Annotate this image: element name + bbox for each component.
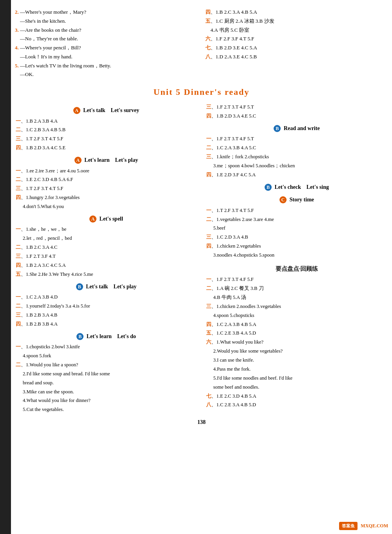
ans-bltp-1: 一、1.C 2.A 3.B 4.D xyxy=(15,293,198,302)
ans-rw-3: 三、1.knife；fork 2.chopsticks xyxy=(205,153,388,161)
ans-st-2: 二、1.vegetables 2.use 3.are 4.me xyxy=(205,215,388,224)
ans-rev-2: 二、1.A 碗 2.C 餐叉 3.B 刀 xyxy=(205,284,388,293)
top-right-answers: 四、1.B 2.C 3.A 4.B 5.A 五、1.C 厨房 2.A 冰箱 3.… xyxy=(205,8,388,79)
section-label-5: Let's learn Let's do xyxy=(87,333,136,339)
icon-a-2: A xyxy=(74,157,82,164)
ans-si-5b: 4.A 书房 5.C 卧室 xyxy=(205,26,388,35)
ans-bltp-3: 三、1.B 2.B 3.A 4.B xyxy=(15,311,198,320)
top-section: 2. —Where's your mother，Mary? —She's in … xyxy=(15,8,388,79)
ans-lts-1: 一、1.B 2.A 3.B 4.A xyxy=(15,117,198,126)
section-label-7: Let's check Let's sing xyxy=(275,184,329,190)
ans-rev-6d: 4.Pass me the fork. xyxy=(212,365,388,374)
icon-c-1: C xyxy=(279,196,287,203)
section-label-8: Story time xyxy=(289,197,314,203)
review-title: 要点盘点·回顾练 xyxy=(205,264,388,274)
ans-blld-2b: 2.I'd like some soup and bread. I'd like… xyxy=(22,370,198,378)
section-b-lets-talk-play: B Let's talk Let's play xyxy=(15,282,198,292)
ans-ls-1b: 2.let，red，pencil，bed xyxy=(22,234,198,243)
section-label-6: Read and write xyxy=(284,125,320,131)
main-two-col: A Let's talk Let's survey 一、1.B 2.A 3.B … xyxy=(15,103,388,415)
ans-blld-2e: 4.What would you like for dinner? xyxy=(22,396,198,405)
ans-rev-6c: 3.I can use the knife. xyxy=(212,356,388,365)
section-read-write: B Read and write xyxy=(205,124,388,134)
item-4-q: 4. —Where's your pencil，Bill? xyxy=(15,43,198,52)
content-area: 2. —Where's your mother，Mary? —She's in … xyxy=(15,8,388,425)
section-lets-learn-play: A Let's learn Let's play xyxy=(15,156,198,165)
ans-rev-3: 三、1.chicken 2.noodles 3.vegetables xyxy=(205,302,388,311)
ans-rw-2: 二、1.C 2.A 3.B 4.A 5.C xyxy=(205,144,388,152)
ans-st-2b: 5.beef xyxy=(212,224,388,233)
left-column: A Let's talk Let's survey 一、1.B 2.A 3.B … xyxy=(15,103,198,415)
item-2-q: 2. —Where's your mother，Mary? xyxy=(15,8,198,17)
section-label-4: Let's talk Let's play xyxy=(86,284,136,290)
ans-st-4b: 3.noodles 4.chopsticks 5.spoon xyxy=(212,251,388,260)
ans-ls-2: 二、1.B 2.C 3.A 4.C xyxy=(15,243,198,252)
unit-title: Unit 5 Dinner's ready xyxy=(15,87,388,97)
ans-rev-7: 七、1.E 2.C 3.D 4.B 5.A xyxy=(205,392,388,401)
ans-blld-2d: 3.Mike can use the spoon. xyxy=(22,388,198,396)
section-label-1: Let's talk Let's survey xyxy=(83,107,139,113)
ans-si-7: 七、1.B 2.D 3.E 4.C 5.A xyxy=(205,43,388,52)
ans-rev-5: 五、1.C 2.E 3.B 4.A 5.D xyxy=(205,329,388,338)
ans-rev-6: 六、1.What would you like? xyxy=(205,338,388,347)
section-b-lets-learn-do: B Let's learn Let's do xyxy=(15,332,198,342)
section-lets-spell: A Let's spell xyxy=(15,214,198,224)
right-column: 三、1.F 2.T 3.T 4.F 5.T 四、1.B 2.D 3.A 4.E … xyxy=(205,103,388,415)
ans-rev-6e: 5.I'd like some noodles and beef. I'd li… xyxy=(212,374,388,383)
ans-r-3: 三、1.F 2.T 3.T 4.F 5.T xyxy=(205,103,388,112)
ans-rev-6b: 2.Would you like some vegetables? xyxy=(212,347,388,356)
icon-a-1: A xyxy=(73,107,80,114)
ans-ls-1: 一、1.she，he，we，be xyxy=(15,225,198,234)
top-left-text: 2. —Where's your mother，Mary? —She's in … xyxy=(15,8,198,79)
ans-llp-4: 四、1.hungry 2.for 3.vegetables xyxy=(15,194,198,202)
ans-r-4: 四、1.B 2.D 3.A 4.E 5.C xyxy=(205,112,388,121)
section-lets-talk-survey: A Let's talk Let's survey xyxy=(15,106,198,116)
watermark-url: MXQE.COM xyxy=(361,523,388,529)
ans-rev-3b: 4.spoon 5.chopsticks xyxy=(212,311,388,320)
ans-st-4: 四、1.chicken 2.vegetables xyxy=(205,242,388,251)
ans-llp-2: 二、1.E 2.C 3.D 4.B 5.A 6.F xyxy=(15,176,198,184)
ans-llp-3: 三、1.T 2.F 3.T 4.T 5.F xyxy=(15,185,198,193)
ans-blld-2f: 5.Cut the vegetables. xyxy=(22,405,198,414)
watermark-logo: 答案鱼 xyxy=(339,522,358,530)
item-3-a: —No，They're on the table. xyxy=(15,34,198,43)
ans-si-4: 四、1.B 2.C 3.A 4.B 5.A xyxy=(205,8,388,17)
ans-blld-2c: bread and soup. xyxy=(22,379,198,387)
ans-rw-3b: 3.me；spoon 4.bowl 5.noodles；chicken xyxy=(212,162,388,170)
ans-blld-1: 一、1.chopsticks 2.bowl 3.knife xyxy=(15,343,198,351)
ans-rev-4: 四、1.C 2.A 3.B 4.B 5.A xyxy=(205,320,388,329)
ans-rw-4: 四、1.E 2.D 3.F 4.C 5.A xyxy=(205,171,388,179)
section-story-time: C Story time xyxy=(205,195,388,205)
item-4-a: —Look！It's in my hand. xyxy=(15,52,198,62)
ans-llp-4b: 4.don't 5.What 6.you xyxy=(22,203,198,211)
ans-blld-2: 二、1.Would you like a spoon? xyxy=(15,361,198,369)
ans-llp-1: 一、1.ee 2.ire 3.ere；are 4.ou 5.oore xyxy=(15,167,198,176)
ans-bltp-2: 二、1.yourself 2.today's 3.a 4.is 5.for xyxy=(15,302,198,311)
ans-rev-6f: some beef and noodles. xyxy=(212,383,388,392)
ans-st-3: 三、1.C 2.D 3.A 4.B xyxy=(205,233,388,242)
section-label-3: Let's spell xyxy=(100,216,123,222)
icon-b-2: B xyxy=(76,333,83,340)
ans-ls-3: 三、1.F 2.T 3.F 4.T xyxy=(15,252,198,261)
ans-lts-2: 二、1.C 2.B 3.A 4.B 5.B xyxy=(15,126,198,134)
ans-st-1: 一、1.T 2.F 3.T 4.T 5.F xyxy=(205,206,388,215)
ans-ls-5: 五、1.She 2.He 3.We They 4.rice 5.me xyxy=(15,270,198,279)
ans-si-6: 六、1.F 2.F 3.F 4.T 5.F xyxy=(205,34,388,43)
ans-blld-1b: 4.spoon 5.fork xyxy=(22,352,198,360)
section-label-2: Let's learn Let's play xyxy=(84,157,138,163)
ans-si-8: 八、1.D 2.A 3.E 4.C 5.B xyxy=(205,52,388,62)
section-lets-check-sing: B Let's check Let's sing xyxy=(205,183,388,192)
item-5-q: 5. —Let's watch TV in the living room，Be… xyxy=(15,62,198,71)
icon-a-3: A xyxy=(89,215,96,223)
ans-rev-2b: 4.B 牛肉 5.A 汤 xyxy=(212,293,388,302)
ans-lts-4: 四、1.B 2.D 3.A 4.C 5.E xyxy=(15,144,198,152)
icon-b-3: B xyxy=(274,125,281,132)
item-3-q: 3. —Are the books on the chair? xyxy=(15,26,198,35)
ans-rev-1: 一、1.F 2.T 3.T 4.F 5.F xyxy=(205,275,388,284)
icon-b-4: B xyxy=(265,184,272,191)
ans-lts-3: 三、1.T 2.F 3.T 4.T 5.F xyxy=(15,135,198,143)
page-number: 138 xyxy=(15,419,388,425)
item-2-a: —She's in the kitchen. xyxy=(15,17,198,26)
binding-bar xyxy=(0,0,11,534)
item-5-a: —OK. xyxy=(15,70,198,79)
